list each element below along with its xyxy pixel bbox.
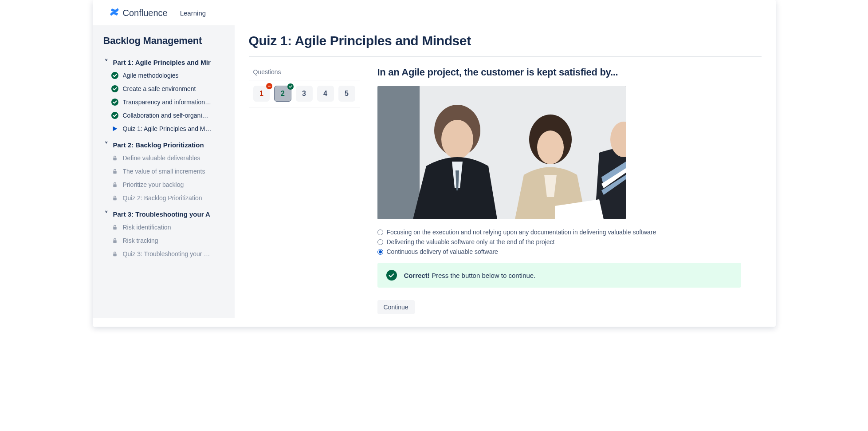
question-chip[interactable]: 1: [253, 86, 270, 102]
question-chip[interactable]: 2: [274, 86, 291, 102]
question-area: In an Agile project, the customer is kep…: [377, 67, 741, 314]
sidebar-part: ˅Part 1: Agile Principles and MirAgile m…: [103, 55, 228, 135]
sidebar-item[interactable]: Collaboration and self-organi…: [105, 109, 228, 122]
sidebar-item[interactable]: Risk tracking: [105, 234, 228, 247]
questions-panel: Questions 12345: [249, 67, 360, 107]
sidebar-part-items: Define valuable deliverablesThe value of…: [103, 151, 228, 205]
question-chip-number: 3: [302, 90, 306, 98]
sidebar-item-label: Quiz 2: Backlog Prioritization: [123, 194, 202, 202]
sidebar-item[interactable]: Risk identification: [105, 221, 228, 234]
confluence-logo-icon: [109, 6, 120, 20]
sidebar-item[interactable]: Quiz 1: Agile Principles and M…: [105, 122, 228, 135]
sidebar-part-header[interactable]: ˅Part 1: Agile Principles and Mir: [103, 55, 228, 69]
app-header: Confluence Learning: [93, 0, 776, 25]
feedback-title: Correct!: [404, 272, 430, 279]
lock-icon: [111, 194, 118, 202]
course-title: Backlog Management: [103, 35, 228, 47]
sidebar-part-header[interactable]: ˅Part 3: Troubleshooting your A: [103, 207, 228, 221]
sidebar-item[interactable]: Quiz 3: Troubleshooting your …: [105, 247, 228, 261]
feedback-text: Correct! Press the button below to conti…: [404, 272, 536, 279]
question-image: [377, 86, 626, 219]
question-chip[interactable]: 4: [317, 86, 334, 102]
sidebar-item-label: Create a safe environment: [123, 85, 196, 92]
check-circle-icon: [111, 112, 118, 119]
question-chip[interactable]: 5: [338, 86, 355, 102]
sidebar-item-label: Quiz 1: Agile Principles and M…: [123, 125, 212, 132]
sidebar-item-label: Quiz 3: Troubleshooting your …: [123, 250, 210, 257]
svg-point-13: [537, 130, 564, 164]
sidebar-part: ˅Part 3: Troubleshooting your ARisk iden…: [103, 207, 228, 261]
lock-icon: [111, 154, 118, 162]
lock-icon: [111, 224, 118, 231]
question-chip-number: 1: [259, 90, 263, 98]
sidebar-item-label: Prioritize your backlog: [123, 181, 184, 188]
answer-option-label: Delivering the valuable software only at…: [387, 238, 555, 245]
header-section-label[interactable]: Learning: [180, 9, 206, 17]
sidebar-item-label: The value of small increments: [123, 168, 205, 175]
brand-label: Confluence: [123, 8, 168, 18]
quiz-main: Quiz 1: Agile Principles and Mindset Que…: [235, 25, 776, 327]
answer-option[interactable]: Delivering the valuable software only at…: [377, 237, 741, 247]
answer-option[interactable]: Continuous delivery of valuable software: [377, 247, 741, 257]
svg-rect-9: [377, 86, 420, 219]
sidebar-part-label: Part 3: Troubleshooting your A: [113, 210, 210, 218]
check-circle-icon: [111, 85, 118, 92]
lock-icon: [111, 181, 118, 188]
sidebar-part-items: Agile methodologiesCreate a safe environ…: [103, 69, 228, 135]
svg-rect-1: [113, 171, 117, 174]
check-circle-icon: [111, 72, 118, 79]
svg-rect-6: [113, 253, 117, 256]
sidebar-item-label: Define valuable deliverables: [123, 154, 200, 162]
question-chip-number: 2: [281, 90, 285, 98]
radio-icon: [377, 249, 383, 255]
wrong-badge-icon: [266, 83, 272, 89]
question-chip[interactable]: 3: [296, 86, 313, 102]
question-text: In an Agile project, the customer is kep…: [377, 67, 741, 78]
sidebar-item[interactable]: Agile methodologies: [105, 69, 228, 82]
sidebar-item-label: Collaboration and self-organi…: [123, 112, 208, 119]
lock-icon: [111, 237, 118, 244]
sidebar-item-label: Agile methodologies: [123, 72, 179, 79]
answer-option-label: Focusing on the execution and not relyin…: [387, 229, 656, 236]
sidebar-item[interactable]: Create a safe environment: [105, 82, 228, 95]
sidebar-item[interactable]: The value of small increments: [105, 165, 228, 178]
answer-option[interactable]: Focusing on the execution and not relyin…: [377, 227, 741, 237]
svg-rect-2: [113, 184, 117, 187]
sidebar-part-items: Risk identificationRisk trackingQuiz 3: …: [103, 221, 228, 261]
svg-rect-5: [113, 240, 117, 243]
play-icon: [111, 125, 118, 132]
sidebar-part: ˅Part 2: Backlog PrioritizationDefine va…: [103, 138, 228, 205]
check-circle-icon: [386, 270, 397, 281]
check-circle-icon: [111, 99, 118, 106]
confluence-brand[interactable]: Confluence: [109, 6, 168, 20]
app-body: Backlog Management ˅Part 1: Agile Princi…: [93, 25, 776, 327]
questions-label: Questions: [249, 67, 360, 80]
radio-icon: [377, 239, 383, 245]
sidebar-item-label: Risk tracking: [123, 237, 158, 244]
chevron-down-icon: ˅: [103, 58, 110, 66]
svg-rect-0: [113, 158, 117, 160]
sidebar-part-label: Part 2: Backlog Prioritization: [113, 141, 204, 149]
question-chip-number: 4: [323, 90, 327, 98]
answer-option-label: Continuous delivery of valuable software: [387, 248, 498, 255]
continue-button[interactable]: Continue: [377, 300, 415, 314]
sidebar-item[interactable]: Transparency and information…: [105, 95, 228, 109]
question-chip-number: 5: [345, 90, 349, 98]
lock-icon: [111, 250, 118, 257]
sidebar-part-header[interactable]: ˅Part 2: Backlog Prioritization: [103, 138, 228, 151]
app-window: Confluence Learning Backlog Management ˅…: [93, 0, 776, 327]
svg-rect-4: [113, 227, 117, 229]
feedback-message: Press the button below to continue.: [432, 272, 535, 279]
lock-icon: [111, 168, 118, 175]
chevron-down-icon: ˅: [103, 141, 110, 149]
svg-rect-3: [113, 198, 117, 200]
page-title: Quiz 1: Agile Principles and Mindset: [249, 33, 762, 57]
course-sidebar: Backlog Management ˅Part 1: Agile Princi…: [93, 25, 235, 318]
sidebar-item[interactable]: Prioritize your backlog: [105, 178, 228, 191]
sidebar-item-label: Transparency and information…: [123, 99, 211, 106]
sidebar-item[interactable]: Quiz 2: Backlog Prioritization: [105, 191, 228, 205]
sidebar-part-label: Part 1: Agile Principles and Mir: [113, 59, 211, 66]
options-list: Focusing on the execution and not relyin…: [377, 227, 741, 257]
sidebar-item[interactable]: Define valuable deliverables: [105, 151, 228, 165]
sidebar-item-label: Risk identification: [123, 224, 171, 231]
